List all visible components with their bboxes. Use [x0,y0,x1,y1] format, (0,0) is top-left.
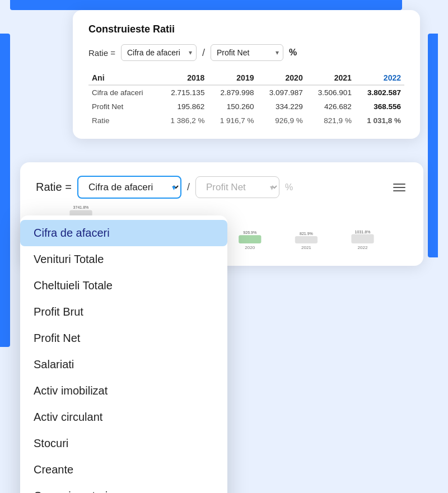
table-cell: 1 916,7 % [208,114,257,128]
table-cell: 1 386,2 % [158,114,208,128]
table-row: Ratie1 386,2 %1 916,7 %926,9 %821,9 %1 0… [88,114,404,128]
divider-slash-bottom: / [187,181,190,193]
table-cell: 3.802.587 [355,85,404,100]
chart-bar-label: 3741.8% [73,206,89,210]
ratie-label-bottom: Ratie = [36,181,72,194]
col-header-2022: 2022 [355,71,404,85]
table-cell: 926,9 % [257,114,306,128]
table-cell: 3.506.901 [306,85,355,100]
chart-bar [351,234,374,243]
ratie-label-top: Ratie = [88,48,115,58]
bottom-select1[interactable]: Cifra de afaceri [77,176,181,199]
col-header-ani: Ani [88,71,158,85]
top-card: Construieste Ratii Ratie = Cifra de afac… [73,10,420,139]
col-header-2019: 2019 [208,71,257,85]
table-row-label: Ratie [88,114,158,128]
top-select1-wrapper[interactable]: Cifra de afaceri [121,44,197,61]
dropdown-item[interactable]: Cifra de afaceri [20,220,227,246]
chart-bar-label: 926.9% [243,231,256,234]
chart-x-label: 2020 [245,245,255,249]
blue-border-right [428,34,438,257]
divider-slash-top: / [202,47,205,59]
chart-bar-label: 1031.8% [355,230,371,234]
bottom-select1-wrapper[interactable]: Cifra de afaceri [77,176,181,199]
percent-sign-top: % [289,48,297,58]
table-cell: 2.715.135 [158,85,208,100]
table-cell: 1 031,8 % [355,114,404,128]
chart-x-label: 2021 [301,245,311,249]
top-select2-wrapper[interactable]: Profit Net [211,44,283,61]
percent-gray: % [285,182,293,192]
chart-x-label: 2022 [358,245,368,249]
dropdown-item[interactable]: Venituri Totale [20,246,227,273]
dropdown-item[interactable]: Profit Net [20,325,227,351]
top-card-title: Construieste Ratii [88,24,404,35]
dropdown-item[interactable]: Stocuri [20,430,227,457]
chart-bar-label: 821.9% [300,232,313,236]
hamburger-line-2 [393,187,405,188]
top-select1[interactable]: Cifra de afaceri [121,44,197,61]
table-cell: 426.682 [306,100,355,114]
blue-border-top [10,0,402,10]
table-cell: 195.862 [158,100,208,114]
table-cell: 821,9 % [306,114,355,128]
hamburger-line-1 [393,184,405,185]
bottom-ratie-row: Ratie = Cifra de afaceri / Profit Net % [36,176,408,199]
top-ratie-row: Ratie = Cifra de afaceri / Profit Net % [88,44,404,61]
dropdown-item[interactable]: Activ circulant [20,404,227,430]
dropdown-item[interactable]: Activ imobilizat [20,378,227,404]
col-header-2018: 2018 [158,71,208,85]
hamburger-line-3 [393,190,405,191]
dropdown-item[interactable]: Cheltuieli Totale [20,273,227,299]
chart-bar [239,235,261,243]
col-header-2020: 2020 [257,71,306,85]
bottom-select2[interactable]: Profit Net [195,176,279,198]
chart-bar [295,236,318,243]
table-cell: 2.879.998 [208,85,257,100]
table-cell: 3.097.987 [257,85,306,100]
top-select2[interactable]: Profit Net [211,44,283,61]
table-cell: 368.556 [355,100,404,114]
table-cell: 150.260 [208,100,257,114]
table-row-label: Profit Net [88,100,158,114]
dropdown-item[interactable]: Casa si conturi [20,483,227,493]
dropdown-item[interactable]: Salariati [20,351,227,378]
table-cell: 334.229 [257,100,306,114]
col-header-2021: 2021 [306,71,355,85]
blue-border-left [0,34,10,347]
table-row-label: Cifra de afaceri [88,85,158,100]
dropdown-overlay: Cifra de afaceriVenituri TotaleCheltuiel… [20,215,227,493]
table-row: Profit Net195.862150.260334.229426.68236… [88,100,404,114]
data-table: Ani 2018 2019 2020 2021 2022 Cifra de af… [88,71,404,128]
dropdown-item[interactable]: Profit Brut [20,299,227,325]
table-row: Cifra de afaceri2.715.1352.879.9983.097.… [88,85,404,100]
dropdown-item[interactable]: Creante [20,457,227,483]
hamburger-icon[interactable] [391,181,408,194]
bottom-select2-wrapper[interactable]: Profit Net [195,176,279,198]
